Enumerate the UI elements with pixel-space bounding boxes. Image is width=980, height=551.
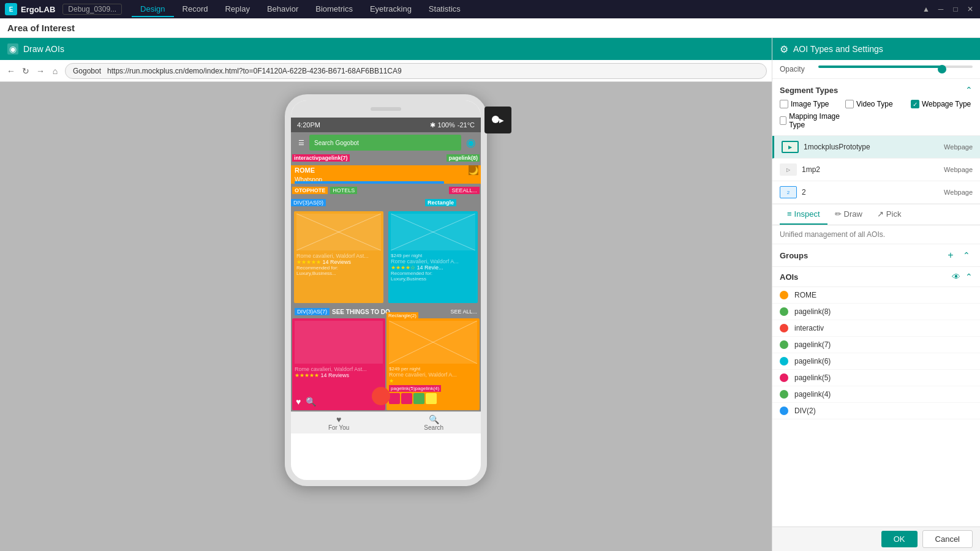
nav-biometrics[interactable]: Biometrics [307,2,361,17]
right-panel: ⚙ AOI Types and Settings Opacity Segment… [772,38,980,551]
groups-chevron[interactable]: ⌃ [960,249,973,261]
foryou-icon: ♥ [328,414,349,424]
draw-aois-icon: ◉ [7,43,18,54]
tab-pick[interactable]: ↗ Pick [870,204,909,225]
red-dot [372,387,390,405]
aoi-types-title: AOI Types and Settings [793,44,883,54]
cancel-button[interactable]: Cancel [922,530,973,548]
hotel-cards-row1: Rome cavalieri, Waldorf Ast... ★★★★★ 14 … [291,208,481,306]
url-bar: ← ↻ → ⌂ [0,60,772,82]
nav-design[interactable]: Design [132,2,173,17]
hotel-recommend-2: Recommended for: [391,271,475,276]
aois-section: AOIs 👁 ⌃ ROME pagelink(8) interactiv [772,267,980,527]
ok-button[interactable]: OK [881,531,918,547]
hotel-card-2: $249 per night Rome cavalieri, Waldorf A… [388,211,478,303]
cb-video-type[interactable] [845,100,854,108]
segment-item-1[interactable]: ▶ 1mockplusPrototype Webpage [772,136,980,159]
aois-chevron[interactable]: ⌃ [965,272,973,282]
floating-video-icon[interactable]: ▶ [484,107,511,133]
hotel-name-1: Rome cavalieri, Waldorf Ast... [296,253,381,259]
rome-icon: 🌙 [469,165,478,175]
url-nav-btns: ← ↻ → ⌂ [5,65,61,77]
rome-label: ROME [295,167,315,174]
titlebar: E ErgoLAB Debug_0309... Design Record Re… [0,0,980,18]
aois-title: AOIs [780,272,798,282]
segment-item-2[interactable]: ▷ 1mp2 Webpage [772,159,980,181]
home-button[interactable]: ⌂ [49,65,61,77]
aoi-item-interactiv[interactable]: interactiv [772,320,980,337]
seealldots-label: SEE ALL... [450,309,477,315]
segment-name-2: 1mp2 [802,165,944,174]
label-interactiv: interactivpagelink(7) [292,154,350,162]
aoi-item-pagelink6[interactable]: pagelink(6) [772,353,980,370]
nav-foryou[interactable]: ♥ For You [328,414,349,431]
url-input[interactable] [65,63,767,79]
cb-image-type-label: Image Type [791,100,829,108]
window-controls: ▲ ─ □ ✕ [921,4,975,14]
nav-replay[interactable]: Replay [216,2,258,17]
battery-level: 100% [438,121,455,129]
hotel-img-2 [391,214,475,250]
window-maximize[interactable]: □ [951,4,960,14]
window-minimize[interactable]: ─ [936,4,946,14]
aoi-item-pagelink7[interactable]: pagelink(7) [772,337,980,353]
groups-section: Groups + ⌃ [772,244,980,267]
debug-label: Debug_0309... [62,4,122,15]
otophote-label: OTOPHOTE [292,187,328,194]
cb-image-type[interactable] [780,100,788,108]
hotel-recommend-1: Recommended for: [296,265,381,271]
aoi-item-div2[interactable]: DIV(2) [772,403,980,419]
window-up[interactable]: ▲ [921,4,931,14]
tab-inspect[interactable]: ≡ Inspect [780,204,827,225]
aois-eye-icon[interactable]: 👁 [952,272,960,282]
checkbox-image-type: Image Type [780,100,842,108]
hotel-stars-3: ★★★★★ 14 Reviews [295,372,383,378]
phone-screen: 4:20PM ✱ 100% -21°C ☰ Search Gogobot [291,118,481,433]
aoi-item-rome[interactable]: ROME [772,287,980,304]
back-button[interactable]: ← [5,65,17,77]
window-close[interactable]: ✕ [965,4,975,14]
heart-icon[interactable]: ♥ [296,397,301,407]
groups-title: Groups [780,251,808,260]
opacity-slider[interactable] [818,66,973,68]
hotel-card-1: Rome cavalieri, Waldorf Ast... ★★★★★ 14 … [294,211,383,303]
seeall-label: SEEALL... [449,187,480,194]
opacity-slider-container [818,66,973,73]
opacity-label: Opacity [780,65,813,73]
nav-items: Design Record Replay Behavior Biometrics… [132,2,469,17]
cb-webpage-type[interactable]: ✓ [911,100,919,108]
nav-record[interactable]: Record [174,2,217,17]
hotel-price-4: $249 per night [389,366,477,372]
cb-mapping-type[interactable] [780,116,786,125]
things-header-left: DIV(3)AS(7) SEE THINGS TO DO [295,308,390,315]
segment-item-3[interactable]: 2 2 Webpage [772,181,980,204]
phone-avatar: ◉ [466,136,476,149]
pick-icon: ↗ [877,209,884,219]
main-layout: ◉ Draw AOIs ← ↻ → ⌂ [0,38,980,551]
hotel-img-4 [389,321,477,364]
segment-types-chevron[interactable]: ⌃ [965,85,973,95]
aoi-item-pagelink8[interactable]: pagelink(8) [772,304,980,320]
segment-list: ▶ 1mockplusPrototype Webpage ▷ 1mp2 Webp… [772,136,980,204]
aoi-item-pagelink5[interactable]: pagelink(5) [772,370,980,386]
tab-draw[interactable]: ✏ Draw [827,204,870,225]
segment-icon-2: ▷ [780,163,797,176]
aoi-item-pagelink4[interactable]: pagelink(4) [772,386,980,403]
nav-eyetracking[interactable]: Eyetracking [361,2,420,17]
segment-icon-1: ▶ [782,141,799,153]
nav-behavior[interactable]: Behavior [258,2,307,17]
checkbox-mapping-type: Mapping Image Type [780,112,842,129]
color-box-pink [389,393,400,404]
inspect-tabs: ≡ Inspect ✏ Draw ↗ Pick [772,204,980,225]
hotel-stars-2: ★★★★☆ 14 Revie... [391,264,475,271]
refresh-button[interactable]: → [34,65,47,77]
groups-add-button[interactable]: + [944,249,957,261]
opacity-section: Opacity [772,60,980,79]
phone-aoi-row1: interactivpagelink(7) pagelink(8) [291,153,481,165]
nav-search[interactable]: 🔍 Search [424,414,443,431]
search-icon[interactable]: 🔍 [306,397,316,407]
hotel-img-1 [296,214,381,250]
nav-statistics[interactable]: Statistics [420,2,469,17]
forward-button[interactable]: ↻ [20,65,32,77]
div3as7-label: DIV(3)AS(7) [295,308,330,315]
